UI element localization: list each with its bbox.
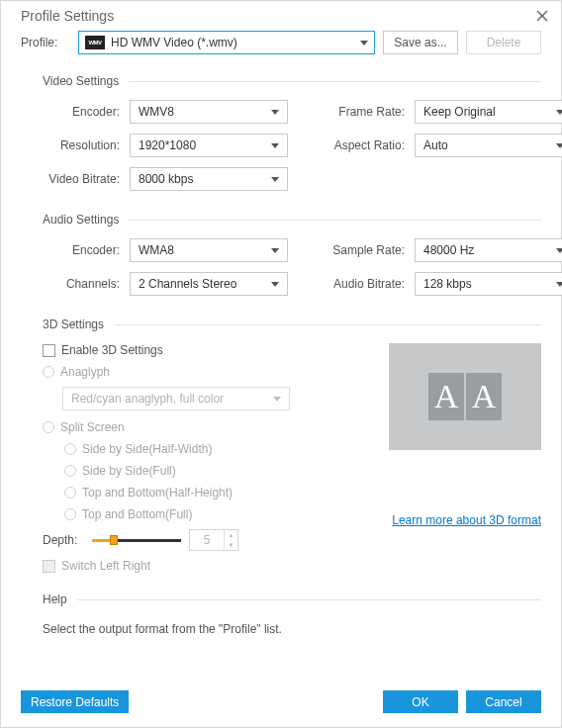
checkbox-icon [43,344,55,357]
preview-right-icon: A [466,373,502,420]
frame-rate-label: Frame Rate: [324,105,415,119]
frame-rate-select[interactable]: Keep Original [415,100,562,124]
help-group: Help [21,592,541,606]
switch-left-right-checkbox: Switch Left Right [21,559,541,573]
sample-rate-select[interactable]: 48000 Hz [415,238,562,262]
video-encoder-select[interactable]: WMV8 [130,100,288,124]
chevron-down-icon [273,397,281,402]
chevron-down-icon [556,110,562,115]
channels-select[interactable]: 2 Channels Stereo [130,272,288,296]
chevron-down-icon [556,143,562,148]
save-as-button[interactable]: Save as... [383,31,458,54]
threed-settings-group: 3D Settings [21,318,541,331]
depth-label: Depth: [43,533,84,547]
learn-more-link[interactable]: Learn more about 3D format [392,513,541,527]
chevron-down-icon [271,248,279,253]
profile-settings-dialog: Profile Settings Profile: WMV HD WMV Vid… [0,0,562,728]
checkbox-icon [43,560,55,573]
video-settings-group: Video Settings [21,74,541,88]
chevron-down-icon [556,282,562,287]
profile-label: Profile: [21,36,70,49]
audio-encoder-select[interactable]: WMA8 [130,238,288,262]
chevron-down-icon [271,143,279,148]
chevron-down-icon: ▼ [225,540,237,550]
chevron-up-icon: ▲ [225,530,237,540]
sample-rate-label: Sample Rate: [324,243,415,257]
close-icon[interactable] [533,7,551,25]
chevron-down-icon [271,110,279,115]
radio-icon [64,465,76,477]
video-bitrate-select[interactable]: 8000 kbps [130,167,288,191]
dialog-title: Profile Settings [21,8,114,24]
slider-thumb-icon [110,535,118,545]
radio-icon [43,366,54,378]
resolution-select[interactable]: 1920*1080 [130,134,288,157]
video-encoder-label: Encoder: [21,105,130,119]
video-bitrate-label: Video Bitrate: [21,172,130,186]
help-text: Select the output format from the "Profi… [21,618,541,636]
radio-icon [43,421,54,433]
profile-select[interactable]: WMV HD WMV Video (*.wmv) [78,31,375,54]
ok-button[interactable]: OK [383,690,458,713]
wmv-icon: WMV [85,36,105,49]
preview-left-icon: A [428,373,464,420]
chevron-down-icon [271,282,279,287]
threed-preview: A A [389,343,541,450]
profile-value: HD WMV Video (*.wmv) [111,36,360,49]
opt-tb-half: Top and Bottom(Half-Height) [64,486,541,500]
radio-icon [64,443,76,455]
anaglyph-mode-select: Red/cyan anaglyph, full color [62,387,290,410]
chevron-down-icon [271,177,279,182]
delete-button: Delete [466,31,541,54]
radio-icon [64,508,76,520]
titlebar: Profile Settings [1,1,561,27]
cancel-button[interactable]: Cancel [466,690,541,713]
depth-spin: 5 ▲ ▼ [189,529,238,551]
aspect-select[interactable]: Auto [415,134,562,157]
resolution-label: Resolution: [21,138,130,152]
channels-label: Channels: [21,277,130,291]
opt-sbs-full: Side by Side(Full) [64,464,541,478]
restore-defaults-button[interactable]: Restore Defaults [21,690,129,713]
audio-settings-group: Audio Settings [21,213,541,227]
radio-icon [64,487,76,499]
depth-slider[interactable] [92,533,181,547]
aspect-label: Aspect Ratio: [324,138,415,152]
audio-encoder-label: Encoder: [21,243,130,257]
chevron-down-icon [360,41,368,46]
audio-bitrate-label: Audio Bitrate: [324,277,415,291]
audio-bitrate-select[interactable]: 128 kbps [415,272,562,296]
chevron-down-icon [556,248,562,253]
